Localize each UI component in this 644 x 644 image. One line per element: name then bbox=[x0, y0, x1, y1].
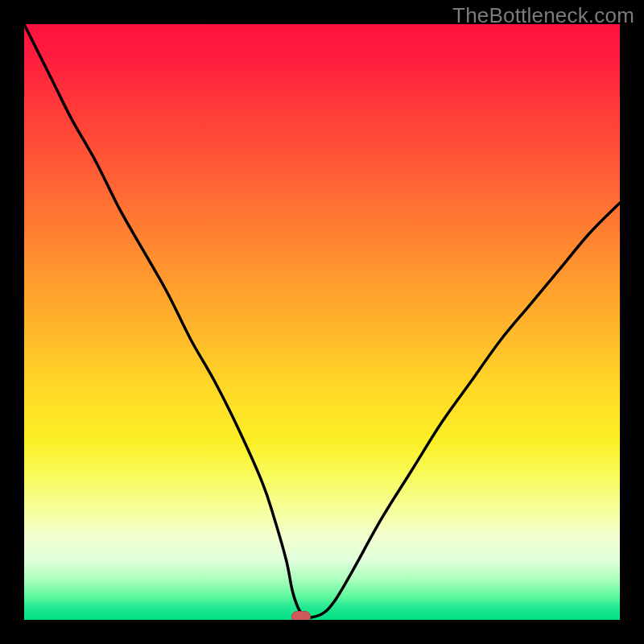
minimum-marker bbox=[291, 611, 311, 620]
chart-frame: TheBottleneck.com bbox=[0, 0, 644, 644]
plot-area bbox=[24, 24, 620, 620]
bottleneck-curve bbox=[24, 24, 620, 620]
